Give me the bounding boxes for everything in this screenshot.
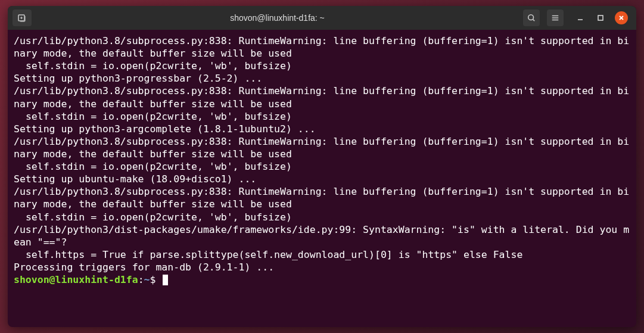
output-line: /usr/lib/python3/dist-packages/umake/fra… [14, 224, 629, 248]
output-line: self.stdin = io.open(p2cwrite, 'wb', buf… [14, 60, 292, 71]
svg-rect-2 [598, 15, 603, 20]
menu-button[interactable] [547, 10, 564, 26]
prompt-separator: : [138, 274, 144, 285]
output-line: self.stdin = io.open(p2cwrite, 'wb', buf… [14, 111, 292, 122]
prompt-symbol: $ [150, 274, 156, 285]
output-line: self.https = True if parse.splittype(sel… [14, 249, 522, 260]
output-line: /usr/lib/python3.8/subprocess.py:838: Ru… [14, 136, 629, 160]
close-button[interactable] [615, 11, 628, 24]
terminal-content[interactable]: /usr/lib/python3.8/subprocess.py:838: Ru… [8, 30, 636, 327]
prompt-path: ~ [144, 274, 150, 285]
output-line: Processing triggers for man-db (2.9.1-1)… [14, 262, 274, 273]
output-line: self.stdin = io.open(p2cwrite, 'wb', buf… [14, 211, 292, 223]
cursor [163, 275, 168, 285]
output-line: self.stdin = io.open(p2cwrite, 'wb', buf… [14, 161, 292, 172]
terminal-window: shovon@linuxhint-d1fa: ~ [8, 6, 636, 327]
prompt-user-host: shovon@linuxhint-d1fa [14, 274, 138, 285]
output-line: Setting up ubuntu-make (18.09+disco1) ..… [14, 173, 256, 185]
new-tab-button[interactable] [13, 10, 32, 26]
svg-point-1 [528, 15, 534, 20]
output-line: Setting up python3-argcomplete (1.8.1-1u… [14, 123, 316, 135]
search-button[interactable] [523, 10, 540, 26]
output-line: Setting up python3-progressbar (2.5-2) .… [14, 73, 262, 84]
titlebar-actions [523, 10, 564, 26]
output-line: /usr/lib/python3.8/subprocess.py:838: Ru… [14, 35, 629, 59]
window-title: shovon@linuxhint-d1fa: ~ [36, 13, 518, 23]
output-line: /usr/lib/python3.8/subprocess.py:838: Ru… [14, 186, 629, 210]
window-controls [574, 11, 628, 24]
titlebar: shovon@linuxhint-d1fa: ~ [8, 6, 636, 30]
maximize-button[interactable] [595, 12, 606, 24]
minimize-button[interactable] [574, 12, 586, 24]
output-line: /usr/lib/python3.8/subprocess.py:838: Ru… [14, 85, 629, 109]
